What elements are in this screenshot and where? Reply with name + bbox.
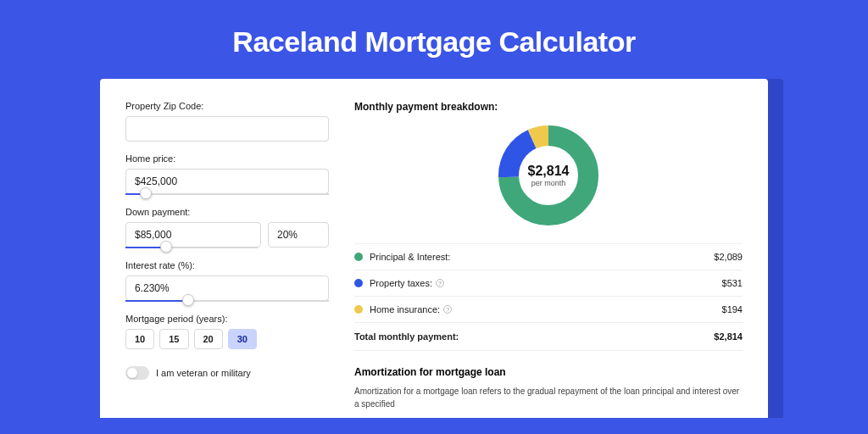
home-price-label: Home price: (125, 153, 329, 164)
breakdown-label: Property taxes:? (370, 278, 722, 288)
veteran-toggle[interactable] (125, 366, 149, 380)
period-option-15[interactable]: 15 (159, 329, 188, 349)
info-icon[interactable]: ? (436, 279, 444, 287)
period-field-group: Mortgage period (years): 10152030 (125, 314, 329, 349)
donut-sub: per month (531, 179, 566, 187)
home-price-input[interactable] (125, 169, 329, 194)
breakdown-title: Monthly payment breakdown: (354, 101, 743, 113)
veteran-toggle-knob (127, 368, 137, 378)
calculator-card: Property Zip Code: Home price: Down paym… (100, 79, 768, 418)
home-price-slider[interactable] (125, 193, 329, 195)
period-option-30[interactable]: 30 (228, 329, 257, 349)
zip-input[interactable] (125, 116, 329, 142)
down-payment-slider[interactable] (125, 247, 258, 248)
breakdown-list: Principal & Interest:$2,089Property taxe… (354, 243, 743, 322)
legend-dot (354, 253, 363, 261)
zip-label: Property Zip Code: (125, 101, 329, 111)
breakdown-row: Property taxes:?$531 (354, 270, 743, 296)
interest-slider-thumb[interactable] (182, 294, 194, 306)
breakdown-row: Home insurance:?$194 (354, 296, 743, 322)
breakdown-value: $531 (722, 278, 743, 288)
results-column: Monthly payment breakdown: $2,814 per mo… (354, 101, 743, 418)
period-option-10[interactable]: 10 (125, 329, 154, 349)
donut-chart-wrap: $2,814 per month (354, 125, 743, 226)
breakdown-row: Principal & Interest:$2,089 (354, 243, 743, 270)
breakdown-value: $194 (722, 304, 743, 314)
info-icon[interactable]: ? (443, 305, 452, 314)
donut-chart: $2,814 per month (498, 125, 599, 226)
total-value: $2,814 (714, 331, 743, 342)
interest-field-group: Interest rate (%): (125, 260, 329, 302)
zip-field-group: Property Zip Code: (125, 101, 329, 142)
breakdown-value: $2,089 (714, 252, 743, 262)
down-payment-label: Down payment: (125, 207, 329, 217)
amortization-title: Amortization for mortgage loan (354, 366, 743, 378)
amortization-text: Amortization for a mortgage loan refers … (354, 385, 743, 410)
inputs-column: Property Zip Code: Home price: Down paym… (125, 101, 329, 418)
breakdown-label: Home insurance:? (370, 304, 722, 314)
legend-dot (354, 305, 363, 314)
breakdown-label: Principal & Interest: (370, 252, 714, 262)
period-options: 10152030 (125, 329, 329, 349)
down-payment-field-group: Down payment: (125, 207, 329, 248)
home-price-slider-thumb[interactable] (140, 187, 152, 199)
period-label: Mortgage period (years): (125, 314, 329, 324)
period-option-20[interactable]: 20 (194, 329, 223, 349)
down-payment-slider-thumb[interactable] (160, 241, 172, 253)
home-price-field-group: Home price: (125, 153, 329, 195)
page-title: Raceland Mortgage Calculator (0, 0, 868, 79)
breakdown-total-row: Total monthly payment: $2,814 (354, 322, 743, 351)
interest-slider[interactable] (125, 300, 329, 302)
down-payment-input[interactable] (125, 222, 261, 248)
down-payment-percent-input[interactable] (268, 222, 329, 248)
total-label: Total monthly payment: (354, 331, 714, 342)
interest-label: Interest rate (%): (125, 260, 329, 270)
veteran-row: I am veteran or military (125, 366, 329, 380)
donut-amount: $2,814 (528, 164, 570, 179)
veteran-label: I am veteran or military (156, 368, 251, 378)
legend-dot (354, 279, 363, 287)
interest-input[interactable] (125, 275, 329, 301)
